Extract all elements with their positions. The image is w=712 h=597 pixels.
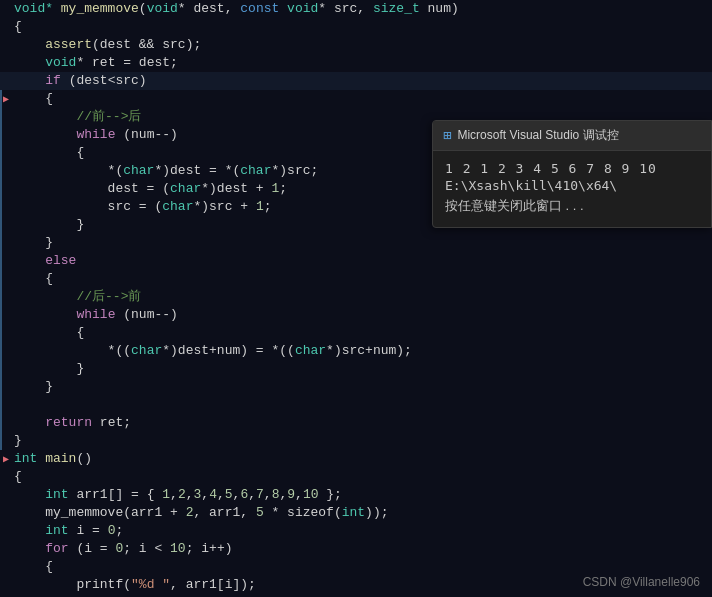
code-token: (i = xyxy=(69,541,116,556)
code-token: my_memmove(arr1 + xyxy=(14,505,186,520)
code-token: *)dest + xyxy=(201,181,271,196)
code-token: void xyxy=(287,1,318,16)
line-content: } xyxy=(10,234,712,251)
code-token: char xyxy=(123,163,154,178)
code-token: size_t xyxy=(373,1,420,16)
line-indicator: ▶ xyxy=(0,91,10,108)
line-content: //后-->前 xyxy=(10,288,712,305)
code-token xyxy=(14,253,45,268)
code-token: int xyxy=(45,523,68,538)
code-token: )); xyxy=(365,505,388,520)
code-token: (num--) xyxy=(115,307,177,322)
code-token: 1 xyxy=(162,487,170,502)
code-token: , xyxy=(186,487,194,502)
code-token: const xyxy=(240,1,287,16)
code-token: }; xyxy=(318,487,341,502)
code-token: char xyxy=(170,181,201,196)
line-content: { xyxy=(10,468,712,485)
code-token: *(( xyxy=(14,343,131,358)
table-row: return ret; xyxy=(0,414,712,432)
table-row: { xyxy=(0,468,712,486)
code-token: , arr1, xyxy=(193,505,255,520)
table-row: { xyxy=(0,270,712,288)
code-token: ret; xyxy=(92,415,131,430)
table-row: { xyxy=(0,324,712,342)
debug-title: Microsoft Visual Studio 调试控 xyxy=(457,127,618,144)
code-token: num) xyxy=(420,1,459,16)
code-token: return xyxy=(45,415,92,430)
code-token: { xyxy=(14,559,53,574)
code-token: //后-->前 xyxy=(76,289,141,304)
code-token: assert xyxy=(14,37,92,52)
code-container: void* my_memmove(void* dest, const void*… xyxy=(0,0,712,597)
code-token xyxy=(14,307,76,322)
code-token: ; xyxy=(115,523,123,538)
table-row: ▶int main() xyxy=(0,450,712,468)
line-content: { xyxy=(10,324,712,341)
code-token: //前-->后 xyxy=(76,109,141,124)
line-content: } xyxy=(10,378,712,395)
line-content: { xyxy=(10,90,712,107)
code-token xyxy=(14,523,45,538)
code-token: int xyxy=(45,487,68,502)
code-token: } xyxy=(14,361,84,376)
code-token: , xyxy=(170,487,178,502)
debug-output-line1: 1 2 1 2 3 4 5 6 7 8 9 10 xyxy=(445,161,699,176)
code-token xyxy=(14,541,45,556)
table-row: while (num--) xyxy=(0,306,712,324)
line-content: { xyxy=(10,270,712,287)
code-token: *)src+num); xyxy=(326,343,412,358)
code-token: 7 xyxy=(256,487,264,502)
table-row: } xyxy=(0,360,712,378)
table-row: int i = 0; xyxy=(0,522,712,540)
code-token: * sizeof( xyxy=(264,505,342,520)
table-row: *((char*)dest+num) = *((char*)src+num); xyxy=(0,342,712,360)
code-token: ; i++) xyxy=(186,541,233,556)
line-content xyxy=(10,396,712,413)
code-token: *)src; xyxy=(271,163,318,178)
code-token: (dest<src) xyxy=(61,73,147,88)
line-content: int main() xyxy=(10,450,712,467)
code-token: 10 xyxy=(170,541,186,556)
code-token: , xyxy=(264,487,272,502)
code-token: char xyxy=(131,343,162,358)
code-token: , xyxy=(217,487,225,502)
code-token: } xyxy=(14,379,53,394)
line-content: while (num--) xyxy=(10,306,712,323)
code-token: int xyxy=(342,505,365,520)
watermark: CSDN @Villanelle906 xyxy=(583,575,700,589)
code-token: 5 xyxy=(256,505,264,520)
code-token: , xyxy=(201,487,209,502)
line-content: { xyxy=(10,18,712,35)
table-row: my_memmove(arr1 + 2, arr1, 5 * sizeof(in… xyxy=(0,504,712,522)
table-row: } xyxy=(0,234,712,252)
code-token: void xyxy=(147,1,178,16)
table-row: int arr1[] = { 1,2,3,4,5,6,7,8,9,10 }; xyxy=(0,486,712,504)
code-token: *)src + xyxy=(193,199,255,214)
code-token xyxy=(14,73,45,88)
code-token: 5 xyxy=(225,487,233,502)
code-token: , arr1[i]); xyxy=(170,577,256,592)
debug-output-line3: 按任意键关闭此窗口 . . . xyxy=(445,197,699,215)
table-row: assert(dest && src); xyxy=(0,36,712,54)
code-token: 2 xyxy=(178,487,186,502)
code-token: dest = ( xyxy=(14,181,170,196)
line-content: return ret; xyxy=(10,414,712,431)
code-token: ( xyxy=(139,1,147,16)
code-token xyxy=(14,487,45,502)
code-token: ; xyxy=(279,181,287,196)
table-row: //后-->前 xyxy=(0,288,712,306)
code-token xyxy=(14,127,76,142)
code-token: void* xyxy=(14,1,61,16)
code-token: main xyxy=(45,451,76,466)
table-row: ▶ { xyxy=(0,90,712,108)
table-row: { xyxy=(0,558,712,576)
table-row: for (i = 0; i < 10; i++) xyxy=(0,540,712,558)
code-token: char xyxy=(295,343,326,358)
code-token: char xyxy=(240,163,271,178)
code-token xyxy=(14,55,45,70)
line-content: int arr1[] = { 1,2,3,4,5,6,7,8,9,10 }; xyxy=(10,486,712,503)
code-token: { xyxy=(14,145,84,160)
line-content: for (i = 0; i < 10; i++) xyxy=(10,540,712,557)
editor-area: void* my_memmove(void* dest, const void*… xyxy=(0,0,712,597)
